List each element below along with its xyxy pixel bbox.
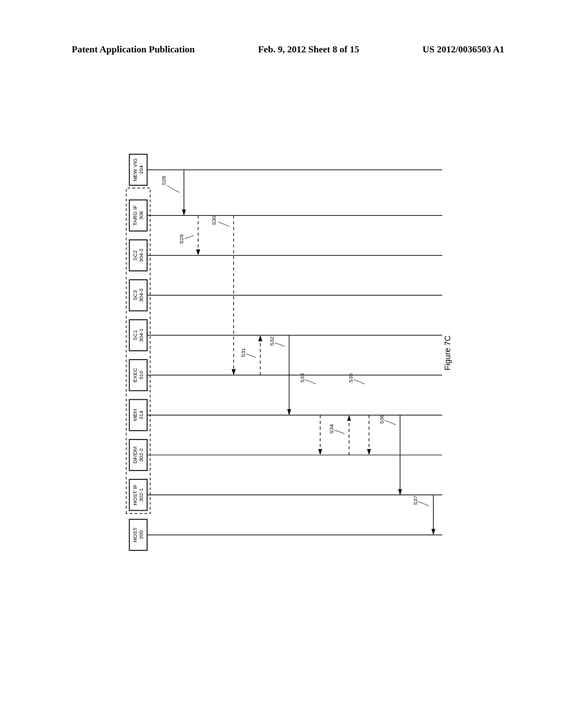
header-left: Patent Application Publication xyxy=(72,44,195,55)
lifeline-targ-if: TARG IF 306 xyxy=(129,200,442,231)
header-right: US 2012/0036503 A1 xyxy=(423,44,504,55)
lifeline-new-vig: NEW VIG 204 xyxy=(129,154,442,185)
lifeline-label: MEM xyxy=(132,409,138,421)
step-label-s36: S36 xyxy=(379,415,385,424)
leader-s28 xyxy=(167,185,180,192)
lifeline-sc2: SC2 304-2 xyxy=(129,240,442,271)
leader-s34 xyxy=(334,430,345,433)
leader-s33 xyxy=(305,379,316,384)
leader-s32 xyxy=(274,343,285,346)
lifeline-label: NEW VIG xyxy=(132,158,138,181)
page-header: Patent Application Publication Feb. 9, 2… xyxy=(0,44,565,55)
lifeline-sublabel: 304-2 xyxy=(138,249,144,263)
step-label-s33: S33 xyxy=(299,373,305,383)
leader-s31 xyxy=(246,354,256,357)
step-label-s31: S31 xyxy=(240,348,246,357)
lifeline-label: HOST IF xyxy=(132,484,138,505)
lifeline-sublabel: 314 xyxy=(138,410,144,420)
lifeline-host: HOST 200 xyxy=(129,520,442,550)
lifeline-label: TARG IF xyxy=(132,205,138,226)
step-label-s28: S28 xyxy=(161,176,167,185)
leader-s37 xyxy=(418,501,429,506)
lifeline-dfdm: DF/DM 302-2 xyxy=(129,440,442,470)
figure-label: Figure 7C xyxy=(443,335,452,371)
step-label-s29: S29 xyxy=(178,234,184,244)
lifeline-sublabel: 204 xyxy=(138,165,144,174)
lifeline-sc1: SC1 304-1 xyxy=(129,320,442,351)
lifeline-sublabel: 310 xyxy=(138,371,144,379)
sequence-diagram: HOST 200 HOST IF 302-1 DF/DM 302-2 MEM 3… xyxy=(33,149,541,557)
lifeline-exec: EXEC 310 xyxy=(129,360,442,390)
diagram-svg: HOST 200 HOST IF 302-1 DF/DM 302-2 MEM 3… xyxy=(33,149,541,557)
step-label-s32: S32 xyxy=(269,336,275,346)
leader-s29 xyxy=(185,235,194,239)
leader-s36 xyxy=(385,420,396,425)
lifeline-label: SC3 xyxy=(132,290,138,301)
leader-s30 xyxy=(218,222,229,227)
lifeline-sublabel: 302-2 xyxy=(138,448,144,462)
step-label-s30: S30 xyxy=(211,216,217,225)
header-center: Feb. 9, 2012 Sheet 8 of 15 xyxy=(258,44,359,55)
step-label-s35: S35 xyxy=(348,373,354,383)
lifeline-label: EXEC xyxy=(132,368,138,382)
step-label-s37: S37 xyxy=(412,496,418,505)
step-label-s34: S34 xyxy=(328,424,334,434)
lifeline-mem: MEM 314 xyxy=(129,399,442,430)
lifeline-sublabel: 302-1 xyxy=(138,488,144,502)
lifeline-label: SC2 xyxy=(132,250,138,261)
lifeline-sublabel: 304-1 xyxy=(138,328,144,342)
lifeline-label: DF/DM xyxy=(132,447,138,464)
lifeline-sublabel: 304-3 xyxy=(138,288,144,302)
lifeline-host-if: HOST IF 302-1 xyxy=(129,479,442,510)
leader-s35 xyxy=(354,379,365,384)
lifeline-sc3: SC3 304-3 xyxy=(129,280,442,311)
lifeline-label: HOST xyxy=(132,527,138,542)
lifeline-sublabel: 306 xyxy=(138,211,144,220)
lifeline-sublabel: 200 xyxy=(138,531,144,539)
lifeline-label: SC1 xyxy=(132,330,138,340)
